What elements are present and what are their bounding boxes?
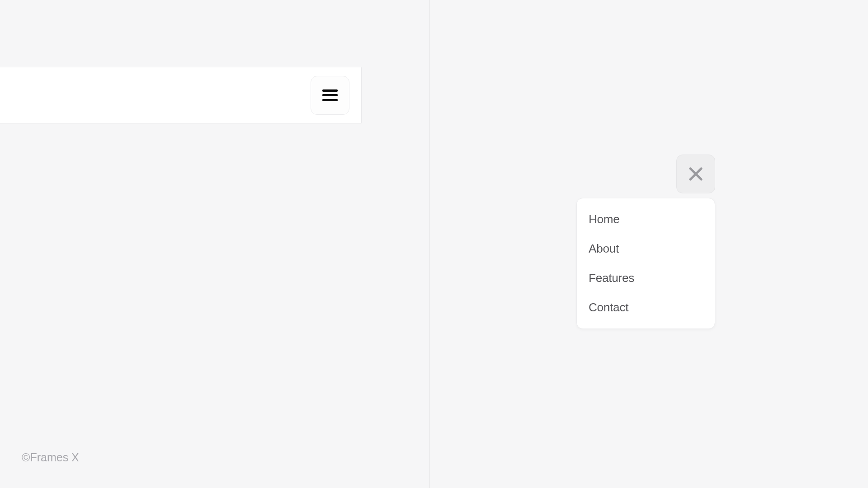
menu-item-label: Features	[589, 271, 634, 285]
menu-item-contact[interactable]: Contact	[577, 293, 715, 322]
header-bar	[0, 67, 362, 123]
menu-toggle-button[interactable]	[311, 76, 349, 115]
menu-item-home[interactable]: Home	[577, 205, 715, 234]
menu-item-label: Contact	[589, 300, 628, 314]
hamburger-icon	[322, 89, 338, 101]
menu-item-label: Home	[589, 212, 620, 226]
menu-item-about[interactable]: About	[577, 234, 715, 263]
menu-item-label: About	[589, 242, 619, 255]
menu-item-features[interactable]: Features	[577, 263, 715, 293]
footer-credit: ©Frames X	[22, 451, 79, 464]
vertical-divider	[429, 0, 430, 488]
close-icon	[688, 166, 703, 182]
menu-popover: Home About Features Contact	[576, 198, 715, 329]
menu-close-button[interactable]	[676, 155, 715, 193]
